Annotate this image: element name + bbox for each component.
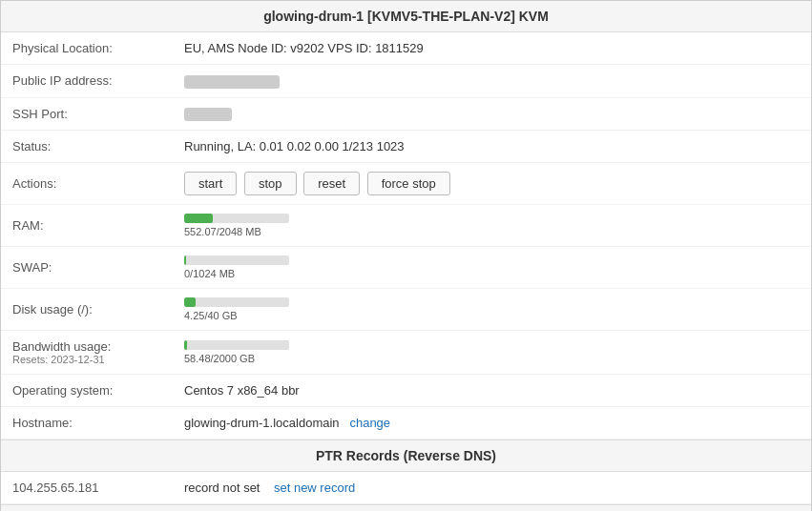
physical-location-label: Physical Location:	[1, 32, 173, 65]
status-label: Status:	[1, 131, 173, 163]
disk-label: Disk usage (/):	[1, 289, 173, 331]
bandwidth-progress-container	[184, 340, 289, 350]
bandwidth-value: 58.48/2000 GB	[173, 331, 811, 375]
bottom-bar	[1, 504, 811, 511]
hostname-row: Hostname: glowing-drum-1.localdomain cha…	[1, 407, 811, 439]
stop-button[interactable]: stop	[244, 172, 297, 195]
os-row: Operating system: Centos 7 x86_64 bbr	[1, 375, 811, 407]
ram-label: RAM:	[1, 205, 173, 247]
public-ip-value: 104.xxx.xx.xx	[173, 65, 811, 98]
swap-progress-fill	[184, 256, 186, 265]
ptr-header: PTR Records (Reverse DNS)	[1, 439, 811, 472]
swap-row: SWAP: 0/1024 MB	[1, 247, 811, 289]
server-title: glowing-drum-1 [KVMV5-THE-PLAN-V2] KVM	[263, 9, 549, 24]
bandwidth-label: Bandwidth usage: Resets: 2023-12-31	[1, 331, 173, 375]
ram-progress-fill	[184, 214, 213, 223]
bandwidth-row: Bandwidth usage: Resets: 2023-12-31 58.4…	[1, 331, 811, 375]
actions-buttons: start stop reset force stop	[173, 163, 811, 205]
actions-label: Actions:	[1, 163, 173, 205]
hostname-label: Hostname:	[1, 407, 173, 439]
swap-progress-label: 0/1024 MB	[184, 268, 800, 279]
start-button[interactable]: start	[184, 172, 237, 195]
disk-progress-fill	[184, 297, 196, 307]
swap-value: 0/1024 MB	[173, 247, 811, 289]
ssh-port-row: SSH Port: xxxx	[1, 97, 811, 131]
disk-row: Disk usage (/): 4.25/40 GB	[1, 289, 811, 331]
server-header: glowing-drum-1 [KVMV5-THE-PLAN-V2] KVM	[1, 1, 811, 32]
hostname-value: glowing-drum-1.localdomain change	[173, 407, 811, 439]
hostname-change-link[interactable]: change	[349, 416, 390, 430]
ssh-port-blurred: xxxx	[184, 108, 232, 121]
ram-progress-container	[184, 214, 289, 223]
ptr-title: PTR Records (Reverse DNS)	[316, 448, 496, 463]
disk-value: 4.25/40 GB	[173, 289, 811, 331]
hostname-text: glowing-drum-1.localdomain	[184, 416, 340, 430]
public-ip-label: Public IP address:	[1, 65, 173, 98]
disk-progress-container	[184, 297, 289, 307]
bandwidth-label-text: Bandwidth usage:	[12, 339, 161, 354]
bandwidth-progress-fill	[184, 340, 187, 350]
public-ip-blurred: 104.xxx.xx.xx	[184, 75, 280, 89]
reset-button[interactable]: reset	[303, 172, 360, 195]
disk-progress-label: 4.25/40 GB	[184, 310, 800, 321]
bandwidth-resets-label: Resets: 2023-12-31	[12, 354, 161, 365]
ram-row: RAM: 552.07/2048 MB	[1, 205, 811, 247]
info-table: Physical Location: EU, AMS Node ID: v920…	[1, 32, 811, 439]
ptr-table: 104.255.65.181 record not set set new re…	[1, 472, 811, 504]
swap-label: SWAP:	[1, 247, 173, 289]
ptr-status: record not set	[184, 480, 260, 495]
main-container: glowing-drum-1 [KVMV5-THE-PLAN-V2] KVM P…	[0, 0, 812, 511]
os-label: Operating system:	[1, 375, 173, 407]
ptr-set-new-record-link[interactable]: set new record	[274, 480, 355, 495]
force-stop-button[interactable]: force stop	[367, 172, 450, 195]
os-value: Centos 7 x86_64 bbr	[173, 375, 811, 407]
ram-progress-label: 552.07/2048 MB	[184, 226, 800, 237]
ssh-port-value: xxxx	[173, 97, 811, 131]
status-value: Running, LA: 0.01 0.02 0.00 1/213 1023	[173, 131, 811, 163]
ssh-port-label: SSH Port:	[1, 97, 173, 131]
ptr-record-row: 104.255.65.181 record not set set new re…	[1, 472, 811, 504]
bandwidth-progress-label: 58.48/2000 GB	[184, 353, 800, 364]
swap-progress-container	[184, 256, 289, 265]
ptr-record-value: record not set set new record	[173, 472, 811, 504]
public-ip-row: Public IP address: 104.xxx.xx.xx	[1, 65, 811, 98]
physical-location-row: Physical Location: EU, AMS Node ID: v920…	[1, 32, 811, 65]
ram-value: 552.07/2048 MB	[173, 205, 811, 247]
ptr-ip: 104.255.65.181	[1, 472, 173, 504]
actions-row: Actions: start stop reset force stop	[1, 163, 811, 205]
status-row: Status: Running, LA: 0.01 0.02 0.00 1/21…	[1, 131, 811, 163]
physical-location-value: EU, AMS Node ID: v9202 VPS ID: 1811529	[173, 32, 811, 65]
